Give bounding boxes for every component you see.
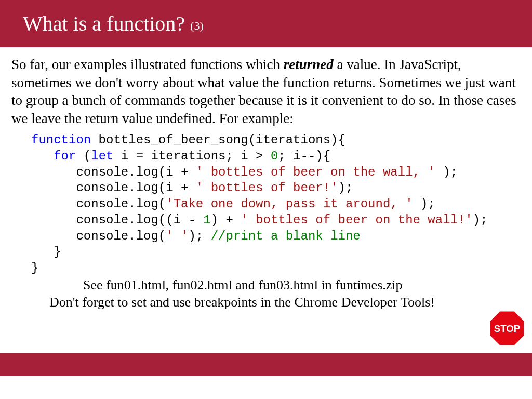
code-text: );	[473, 213, 488, 227]
code-text: );	[338, 181, 353, 195]
body-paragraph: So far, our examples illustrated functio…	[0, 47, 532, 127]
number-literal: 1	[203, 213, 210, 227]
footnote-line1: See fun01.html, fun02.html and fun03.htm…	[21, 276, 480, 294]
string-literal: ' bottles of beer on the wall!'	[241, 213, 472, 227]
keyword-for: for	[54, 149, 76, 163]
number-literal: 0	[271, 149, 278, 163]
code-text	[31, 181, 76, 195]
footnote-line2: Don't forget to set and use breakpoints …	[21, 294, 480, 311]
code-text: bottles_of_beer_song(iterations){	[91, 133, 345, 147]
keyword-function: function	[31, 133, 91, 147]
slide-header: What is a function? (3)	[0, 0, 532, 47]
code-text: ) +	[211, 213, 241, 227]
slide-footer	[0, 353, 532, 376]
stop-sign-icon: STOP	[488, 310, 526, 347]
stop-sign-label: STOP	[494, 323, 521, 334]
code-text: ; i--){	[278, 149, 330, 163]
code-text: console.log(i +	[76, 165, 195, 179]
code-text	[31, 165, 76, 179]
string-literal: ' bottles of beer!'	[196, 181, 338, 195]
code-text: );	[435, 165, 458, 179]
code-text: console.log(	[76, 229, 166, 243]
para-emphasis: returned	[284, 57, 334, 72]
keyword-let: let	[91, 149, 113, 163]
para-part1: So far, our examples illustrated functio…	[11, 57, 284, 72]
footnote: See fun01.html, fun02.html and fun03.htm…	[0, 276, 532, 312]
code-block: function bottles_of_beer_song(iterations…	[0, 127, 532, 276]
code-text	[31, 213, 76, 227]
code-text: console.log(	[76, 197, 166, 211]
slide-subtitle: (3)	[190, 19, 204, 32]
code-text: );	[413, 197, 435, 211]
code-text	[31, 149, 54, 163]
comment: //print a blank line	[211, 229, 361, 243]
code-text: i = iterations; i >	[113, 149, 270, 163]
code-text	[31, 197, 76, 211]
string-literal: ' bottles of beer on the wall, '	[196, 165, 435, 179]
slide-title: What is a function?	[23, 12, 185, 35]
code-text: }	[31, 245, 61, 259]
code-text: console.log((i -	[76, 213, 203, 227]
string-literal: ' '	[166, 229, 188, 243]
code-text	[31, 229, 76, 243]
code-text: }	[31, 261, 38, 275]
page-number: 11	[500, 378, 513, 394]
string-literal: 'Take one down, pass it around, '	[166, 197, 413, 211]
code-text: console.log(i +	[76, 181, 195, 195]
code-text: );	[188, 229, 210, 243]
code-text: (	[76, 149, 91, 163]
